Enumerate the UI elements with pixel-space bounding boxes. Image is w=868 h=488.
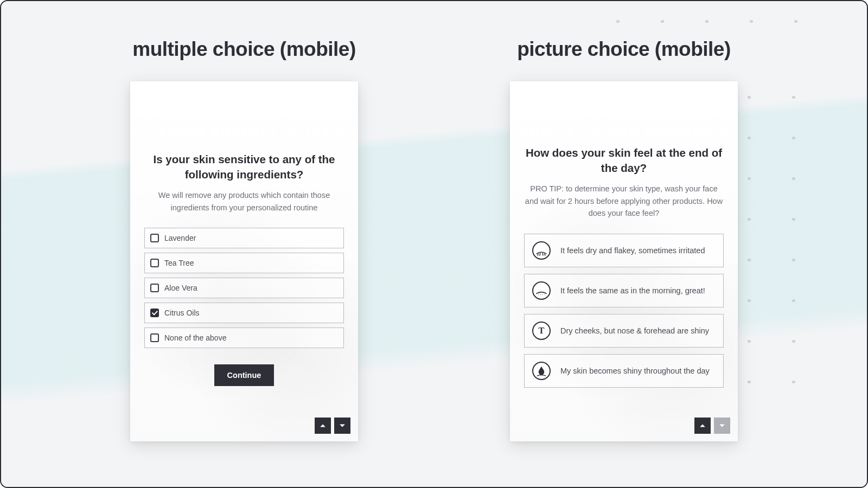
question-subtitle: PRO TIP: to determine your skin type, wa… bbox=[524, 183, 724, 219]
caret-down-icon bbox=[339, 422, 346, 429]
nav-up-button[interactable] bbox=[315, 418, 331, 434]
picture-option[interactable]: It feels dry and flakey, sometimes irrit… bbox=[524, 234, 724, 267]
phone-body-left: Is your skin sensitive to any of the fol… bbox=[130, 81, 358, 441]
checkbox-option[interactable]: None of the above bbox=[144, 328, 344, 348]
phone-body-right: How does your skin feel at the end of th… bbox=[510, 81, 738, 441]
option-icon bbox=[532, 281, 551, 300]
option-label: It feels dry and flakey, sometimes irrit… bbox=[560, 246, 705, 255]
svg-point-1 bbox=[540, 294, 541, 295]
question-title: How does your skin feel at the end of th… bbox=[524, 145, 724, 175]
option-label: Dry cheeks, but nose & forehead are shin… bbox=[560, 326, 709, 335]
checkbox-option[interactable]: Aloe Vera bbox=[144, 278, 344, 298]
option-label: Tea Tree bbox=[164, 259, 194, 267]
picture-option[interactable]: My skin becomes shiny throughout the day bbox=[524, 354, 724, 388]
nav-controls-right bbox=[694, 418, 730, 434]
col-picture-choice: picture choice (mobile) How does your sk… bbox=[510, 38, 738, 487]
option-icon: T bbox=[532, 322, 551, 340]
option-icon bbox=[532, 362, 551, 380]
option-label: My skin becomes shiny throughout the day bbox=[560, 367, 710, 375]
multiple-choice-list: LavenderTea TreeAloe VeraCitrus OilsNone… bbox=[144, 228, 344, 348]
checkbox-icon bbox=[150, 259, 159, 267]
columns: multiple choice (mobile) Is your skin se… bbox=[1, 1, 867, 487]
checkbox-icon bbox=[150, 309, 159, 317]
question-subtitle: We will remove any products which contai… bbox=[144, 189, 344, 214]
checkbox-icon bbox=[150, 284, 159, 292]
nav-controls-left bbox=[315, 418, 350, 434]
svg-point-3 bbox=[544, 294, 545, 295]
tzone-icon: T bbox=[533, 323, 550, 339]
checkbox-option[interactable]: Lavender bbox=[144, 228, 344, 248]
picture-choice-list: It feels dry and flakey, sometimes irrit… bbox=[524, 234, 724, 388]
option-icon bbox=[532, 241, 551, 260]
same-icon bbox=[533, 282, 550, 299]
picture-option[interactable]: It feels the same as in the morning, gre… bbox=[524, 274, 724, 307]
svg-point-2 bbox=[542, 294, 543, 295]
phone-frame-right: How does your skin feel at the end of th… bbox=[510, 81, 738, 441]
stage: multiple choice (mobile) Is your skin se… bbox=[0, 0, 868, 488]
svg-point-0 bbox=[538, 294, 539, 295]
checkbox-option[interactable]: Tea Tree bbox=[144, 253, 344, 273]
option-label: Lavender bbox=[164, 234, 196, 242]
continue-button[interactable]: Continue bbox=[214, 364, 275, 386]
nav-down-button[interactable] bbox=[334, 418, 350, 434]
col-multiple-choice: multiple choice (mobile) Is your skin se… bbox=[130, 38, 358, 487]
dry-icon bbox=[533, 242, 550, 259]
checkbox-option[interactable]: Citrus Oils bbox=[144, 303, 344, 323]
checkbox-icon bbox=[150, 234, 159, 242]
option-label: It feels the same as in the morning, gre… bbox=[560, 286, 705, 295]
phone-frame-left: Is your skin sensitive to any of the fol… bbox=[130, 81, 358, 441]
checkbox-icon bbox=[150, 333, 159, 342]
svg-text:T: T bbox=[538, 325, 544, 335]
nav-down-button-disabled[interactable] bbox=[714, 418, 730, 434]
option-label: Aloe Vera bbox=[164, 284, 197, 292]
picture-option[interactable]: TDry cheeks, but nose & forehead are shi… bbox=[524, 314, 724, 348]
heading-picture-choice: picture choice (mobile) bbox=[517, 38, 731, 61]
caret-down-icon bbox=[719, 422, 725, 429]
option-label: None of the above bbox=[164, 333, 226, 342]
option-label: Citrus Oils bbox=[164, 309, 200, 317]
caret-up-icon bbox=[699, 422, 706, 429]
nav-up-button[interactable] bbox=[694, 418, 711, 434]
question-title: Is your skin sensitive to any of the fol… bbox=[144, 152, 344, 182]
shiny-icon bbox=[533, 363, 550, 379]
heading-multiple-choice: multiple choice (mobile) bbox=[132, 38, 356, 61]
caret-up-icon bbox=[320, 422, 326, 429]
